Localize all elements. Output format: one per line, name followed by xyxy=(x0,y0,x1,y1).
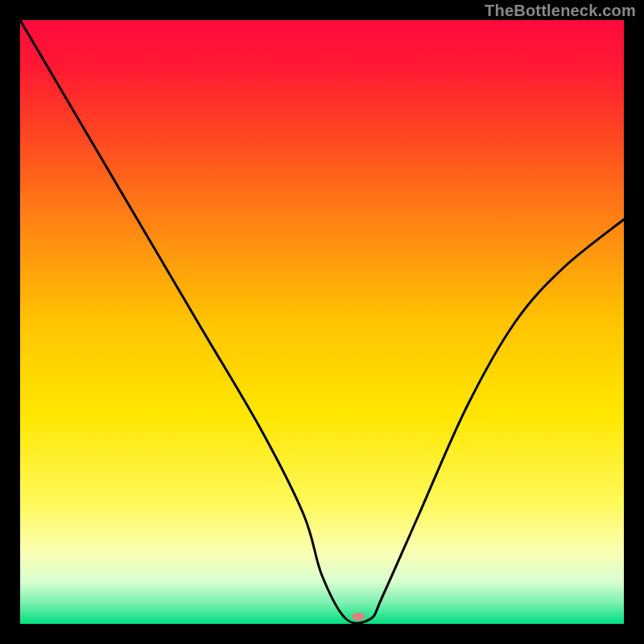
chart-container: TheBottleneck.com xyxy=(0,0,644,644)
bottleneck-chart xyxy=(20,20,624,624)
optimal-point-marker xyxy=(352,613,365,621)
gradient-background xyxy=(20,20,624,624)
watermark-text: TheBottleneck.com xyxy=(485,2,636,20)
